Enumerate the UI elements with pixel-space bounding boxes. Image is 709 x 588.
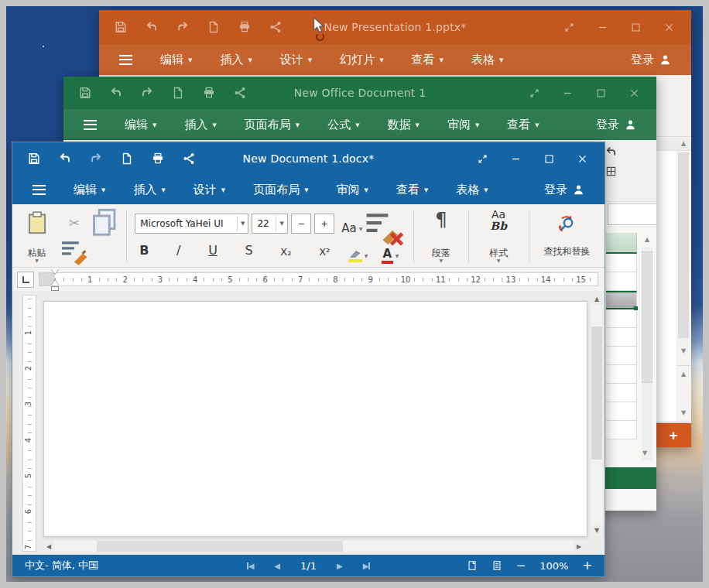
- scroll-up-icon[interactable]: ▲: [640, 236, 654, 243]
- selected-cell[interactable]: [606, 291, 637, 309]
- scroll-left-icon[interactable]: ◀: [43, 543, 54, 550]
- minimize-icon[interactable]: [511, 154, 521, 164]
- font-color-button[interactable]: A: [382, 248, 399, 264]
- scroll-down-icon[interactable]: ▼: [676, 347, 690, 358]
- left-indent-marker[interactable]: [51, 286, 59, 291]
- share-icon[interactable]: [183, 152, 195, 165]
- cut-button[interactable]: ✂: [69, 215, 80, 231]
- toolbar-arrow-icon[interactable]: [605, 146, 617, 158]
- new-file-icon[interactable]: [207, 21, 220, 33]
- menu-insert[interactable]: 插入: [220, 53, 252, 67]
- first-page-icon[interactable]: ◀: [247, 562, 255, 570]
- redo-icon[interactable]: [90, 152, 102, 165]
- increase-font-button[interactable]: +: [314, 214, 334, 234]
- styles-button[interactable]: Aa Bb 样式: [475, 207, 522, 265]
- menu-view[interactable]: 查看: [396, 183, 428, 197]
- previous-slide-icon[interactable]: ▲: [676, 371, 690, 378]
- menu-insert[interactable]: 插入: [133, 183, 165, 197]
- hanging-indent-marker[interactable]: [51, 280, 59, 285]
- new-file-icon[interactable]: [172, 87, 184, 99]
- undo-icon[interactable]: [110, 87, 122, 99]
- strikethrough-button[interactable]: S: [245, 243, 253, 258]
- spreadsheet-cell[interactable]: [606, 272, 637, 291]
- presentation-vertical-scrollbar[interactable]: ▲ ▼: [676, 140, 690, 358]
- zoom-out-button[interactable]: −: [516, 560, 526, 572]
- subscript-button[interactable]: X₂: [280, 246, 291, 258]
- font-size-select[interactable]: 22: [252, 214, 288, 234]
- share-icon[interactable]: [269, 21, 282, 33]
- new-file-icon[interactable]: [121, 152, 133, 165]
- scrollbar-thumb[interactable]: [642, 251, 652, 383]
- menu-table[interactable]: 表格: [471, 53, 503, 67]
- next-page-icon[interactable]: ▶: [337, 562, 343, 570]
- menu-edit[interactable]: 编辑: [160, 53, 192, 67]
- paste-button[interactable]: 粘贴: [19, 207, 55, 265]
- tab-stop-selector[interactable]: [17, 272, 34, 288]
- hamburger-menu-icon[interactable]: [33, 185, 46, 195]
- redo-icon[interactable]: [141, 87, 153, 99]
- undo-icon[interactable]: [146, 21, 158, 33]
- hamburger-menu-icon[interactable]: [119, 55, 132, 65]
- fullscreen-icon[interactable]: [478, 154, 488, 164]
- undo-icon[interactable]: [59, 152, 71, 165]
- highlight-color-button[interactable]: [348, 250, 368, 262]
- new-slide-button[interactable]: +: [656, 423, 691, 447]
- italic-button[interactable]: /: [176, 243, 180, 258]
- scrollbar-thumb[interactable]: [678, 152, 689, 338]
- menu-design[interactable]: 设计: [194, 183, 225, 197]
- menu-page-layout[interactable]: 页面布局: [253, 183, 308, 197]
- formula-bar-input[interactable]: [608, 203, 656, 225]
- toolbar-grid-icon[interactable]: [605, 166, 617, 177]
- spreadsheet-cell[interactable]: [606, 347, 637, 365]
- spreadsheet-cell[interactable]: [606, 328, 637, 347]
- login-button[interactable]: 登录: [544, 183, 584, 197]
- superscript-button[interactable]: X²: [319, 246, 330, 258]
- menu-view[interactable]: 查看: [507, 118, 539, 132]
- clear-format-button[interactable]: [362, 209, 406, 248]
- print-icon[interactable]: [238, 21, 251, 33]
- minimize-icon[interactable]: [563, 88, 573, 98]
- login-button[interactable]: 登录: [631, 53, 671, 67]
- spreadsheet-cell[interactable]: [606, 254, 637, 272]
- document-vertical-scrollbar[interactable]: ▲ ▼: [591, 294, 603, 536]
- scroll-down-icon[interactable]: ▼: [642, 450, 647, 456]
- save-icon[interactable]: [79, 87, 91, 99]
- maximize-icon[interactable]: [631, 22, 641, 32]
- hamburger-menu-icon[interactable]: [84, 120, 97, 130]
- previous-page-icon[interactable]: ◀: [274, 562, 280, 570]
- zoom-in-button[interactable]: +: [582, 560, 592, 572]
- login-button[interactable]: 登录: [596, 118, 636, 132]
- zoom-level[interactable]: 100%: [539, 560, 568, 572]
- last-page-icon[interactable]: ▶: [363, 562, 371, 570]
- redo-icon[interactable]: [176, 21, 189, 33]
- maximize-icon[interactable]: [544, 154, 554, 164]
- close-icon[interactable]: [664, 22, 674, 32]
- decrease-font-button[interactable]: −: [291, 214, 311, 234]
- bold-button[interactable]: B: [139, 243, 149, 258]
- menu-design[interactable]: 设计: [280, 53, 312, 67]
- change-case-button[interactable]: Aa: [341, 221, 362, 235]
- menu-slides[interactable]: 幻灯片: [340, 53, 383, 67]
- minimize-icon[interactable]: [598, 22, 608, 32]
- scrollbar-thumb[interactable]: [591, 326, 602, 460]
- menu-review[interactable]: 审阅: [447, 118, 479, 132]
- first-line-indent-marker[interactable]: [51, 268, 59, 274]
- language-indicator[interactable]: 中文- 简体, 中国: [25, 559, 98, 573]
- menu-edit[interactable]: 编辑: [125, 118, 156, 132]
- menu-review[interactable]: 审阅: [337, 183, 368, 197]
- menu-formulas[interactable]: 公式: [327, 118, 359, 132]
- fullscreen-icon[interactable]: [564, 22, 574, 32]
- menu-edit[interactable]: 编辑: [74, 183, 105, 197]
- spreadsheet-vertical-scrollbar[interactable]: ▲: [640, 236, 654, 460]
- fill-handle[interactable]: [634, 306, 638, 310]
- column-header[interactable]: [606, 233, 637, 254]
- menu-insert[interactable]: 插入: [184, 118, 216, 132]
- spreadsheet-cell[interactable]: [606, 384, 637, 402]
- spreadsheet-cell[interactable]: [606, 365, 637, 384]
- next-slide-icon[interactable]: ▼: [676, 409, 690, 416]
- find-replace-button[interactable]: 查找和替换: [535, 207, 598, 265]
- spreadsheet-cell[interactable]: [606, 421, 637, 439]
- document-horizontal-scrollbar[interactable]: ◀ ▶: [43, 540, 584, 552]
- menu-page-layout[interactable]: 页面布局: [245, 118, 300, 132]
- scrollbar-thumb[interactable]: [97, 541, 343, 552]
